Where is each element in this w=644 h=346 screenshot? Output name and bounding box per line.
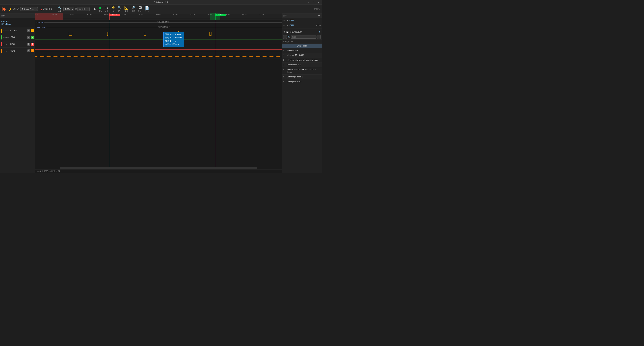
- field-row-1[interactable]: 1 Identifier: 104 (0x68): [282, 53, 322, 58]
- field-value-6: Data byte 0: 0x02: [287, 80, 301, 83]
- minimize-button[interactable]: －: [306, 1, 310, 4]
- search-icon[interactable]: 🔍: [288, 36, 290, 38]
- display-button[interactable]: 🖼 显示▾: [137, 5, 143, 13]
- search-input[interactable]: [291, 35, 316, 39]
- match-label: 匹配项：: [283, 41, 291, 43]
- file-button[interactable]: 📄 文件▾: [144, 5, 150, 13]
- horizontal-scrollbar[interactable]: [35, 167, 282, 169]
- logic-analyzer-icon: [40, 7, 42, 12]
- can-protocol-row: CAN: Bits CAN: Fields: [0, 18, 35, 27]
- protocol-section-label: 协议: [1, 15, 5, 17]
- ch2-wave-svg: [35, 37, 282, 44]
- ch1-d-badge[interactable]: D: [27, 29, 30, 32]
- ch3-d-badge[interactable]: D: [27, 43, 30, 46]
- ch2-num-badge: 1: [31, 36, 34, 39]
- svg-rect-3: [4, 8, 5, 11]
- field-idx-0: 0: [283, 49, 286, 51]
- close-button[interactable]: ✕: [317, 1, 321, 4]
- ch2-signal-icon: ⌐¬⌐¬: [3, 36, 9, 39]
- options-icon: 🔧: [58, 6, 62, 10]
- ch3-waveform: [35, 44, 282, 51]
- can-close-icon[interactable]: ✕: [286, 24, 288, 27]
- cursor1-label: +1.56742775s ✕: [109, 14, 120, 16]
- field-value-2: Identifier extension bit: standard frame: [287, 59, 318, 61]
- waveform-area[interactable]: CAN: Bits ◁ 放大查看细节 ▷ CAN: Fields ◁ 放大查看细…: [35, 20, 282, 167]
- add-protocol-button[interactable]: +: [318, 14, 321, 18]
- protocol-gear-icon[interactable]: ⚙: [283, 19, 286, 22]
- trigger-button[interactable]: ⚡ 触发: [110, 5, 116, 13]
- field-row-6[interactable]: 6 Data byte 0: 0x02: [282, 79, 322, 84]
- next-button[interactable]: ›: [317, 35, 321, 39]
- ch4-signal-icon: ⌐¬⌐¬: [3, 49, 9, 52]
- time-select[interactable]: 5.00 s: [64, 7, 74, 11]
- search-nav-row: ‹ 🔍 ›: [282, 35, 322, 40]
- decode-button[interactable]: 🔍 解码: [117, 5, 122, 13]
- protocol-header: 协议: [0, 14, 35, 18]
- ch2-waveform: [35, 37, 282, 44]
- download-button[interactable]: ⬇: [92, 6, 97, 12]
- field-row-0[interactable]: 0 Start of frame: [282, 48, 322, 53]
- instant-button[interactable]: ⊖ 立即: [104, 5, 109, 13]
- svg-rect-2: [3, 8, 4, 10]
- usb-icon: ⚡: [8, 7, 12, 11]
- field-row-3[interactable]: 3 Reserved bit 0: 0: [282, 63, 322, 67]
- field-row-2[interactable]: 2 Identifier extension bit: standard fra…: [282, 58, 322, 63]
- field-row-4[interactable]: 4 Remote transmission request: data fram…: [282, 67, 322, 75]
- can-settings-row: ⚙ ✕ CAN: [282, 18, 322, 23]
- can-bits-label: CAN: Bits: [1, 20, 10, 22]
- logic-analyzer-label: 逻辑分析仪: [43, 8, 52, 10]
- prev-button[interactable]: ‹: [283, 35, 287, 39]
- maximize-button[interactable]: □: [312, 1, 315, 4]
- field-idx-5: 5: [283, 76, 286, 78]
- measurement-period: 周期: +999.98365ms: [165, 36, 182, 40]
- fields-list: 0 Start of frame 1 Identifier: 104 (0x68…: [282, 48, 322, 84]
- left-panel: 协议 CAN: Bits CAN: Fields ⌐¬⌐¬✕ 1通道 D 0 ⌐…: [0, 14, 35, 173]
- can-fields-row: CAN: Fields ◁ 放大查看细节 ▷: [35, 25, 282, 30]
- svg-rect-1: [2, 7, 3, 11]
- save-icon[interactable]: 💾: [286, 31, 289, 33]
- content-area: 00s +0.36s +0.72s +1.08s +1.44s +1.80s +…: [35, 14, 282, 173]
- help-button[interactable]: 帮助▾: [314, 8, 321, 11]
- titlebar: DSView v1.1.2 － □ ✕: [0, 0, 322, 5]
- cursor1-line: +1.56742775s ✕: [109, 14, 110, 20]
- ch4-d-badge[interactable]: D: [27, 49, 30, 52]
- cursor2-line: +3.62924135s ✕: [215, 14, 216, 20]
- ch2-d-badge[interactable]: D: [27, 36, 30, 39]
- toolbar: ⚡ USB 2.0 DSLogic PLus 逻辑分析仪 🔧 选项 5.00 s…: [0, 5, 322, 14]
- ch3-signal-icon: ⌐¬⌐¬: [3, 43, 9, 46]
- field-value-4: Remote transmission request: data frame: [287, 68, 321, 74]
- can-protocol-entry: ⚙ ✕ CAN 100%: [282, 23, 322, 28]
- ch4-color-bar: [1, 49, 2, 53]
- timeline-ruler[interactable]: 00s +0.36s +0.72s +1.08s +1.44s +1.80s +…: [35, 14, 282, 20]
- export-icon[interactable]: ➤: [319, 31, 321, 33]
- can-bits-row: CAN: Bits ◁ 放大查看细节 ▷: [35, 20, 282, 25]
- channel-row-3: ⌐¬⌐¬ 3通道 D 2: [0, 41, 35, 48]
- search-button[interactable]: 🔎 搜索: [130, 5, 136, 13]
- ch4-num-badge: 3: [31, 49, 34, 52]
- protocol-list-header: ⚙ 💾 协议列表显示 ➤: [282, 29, 322, 35]
- svg-rect-4: [5, 9, 6, 10]
- ch3-label: 3通道: [10, 43, 27, 45]
- can-gear-icon[interactable]: ⚙: [283, 24, 286, 27]
- start-button[interactable]: ▶ 开始: [98, 5, 103, 13]
- can-fields-label: CAN: Fields: [1, 23, 11, 25]
- device-area: ⚡ USB 2.0 DSLogic PLus: [8, 7, 38, 11]
- gear-icon-list[interactable]: ⚙: [283, 31, 285, 33]
- protocol-close-icon[interactable]: ✕: [286, 19, 288, 22]
- measure-button[interactable]: 📐 测量: [123, 5, 130, 13]
- device-select[interactable]: DSLogic PLus: [20, 7, 38, 11]
- field-value-3: Reserved bit 0: 0: [287, 64, 301, 66]
- cursor2-label: +3.62924135s ✕: [215, 14, 226, 16]
- divider: [282, 29, 322, 29]
- ch2-color-bar: [1, 36, 2, 40]
- protocol-section-label: 协议: [283, 14, 287, 17]
- field-idx-6: 6: [283, 80, 286, 83]
- app-title: DSView v1.1.2: [154, 1, 168, 4]
- options-button[interactable]: 🔧 选项: [56, 5, 63, 13]
- ch1-wave-svg: ★: [35, 30, 282, 37]
- field-value-0: Start of frame: [287, 49, 298, 52]
- scrollbar-thumb[interactable]: [60, 167, 257, 169]
- can-fields-header: CAN: Fields: [282, 44, 322, 48]
- field-row-5[interactable]: 5 Data length code: 8: [282, 75, 322, 79]
- freq-select[interactable]: 20 MHz: [78, 7, 90, 11]
